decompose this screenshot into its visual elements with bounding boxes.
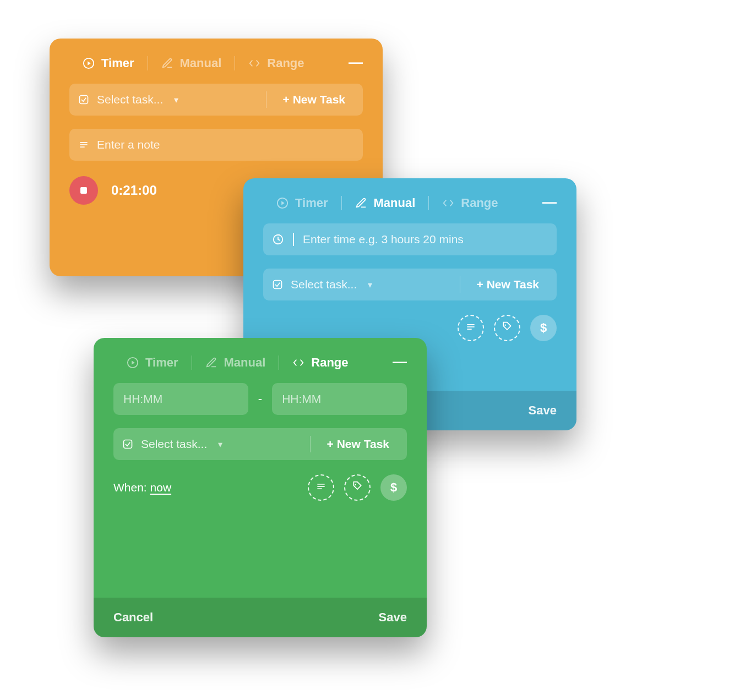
svg-marker-7 [281, 201, 285, 205]
dollar-icon: $ [540, 321, 547, 335]
note-button[interactable] [308, 474, 334, 501]
tab-bar: Timer Manual Range — [50, 39, 383, 70]
task-select-row: Select task... ▾ + New Task [69, 84, 363, 116]
range-arrows-icon [442, 197, 454, 209]
lines-icon [465, 321, 476, 335]
play-circle-icon [83, 57, 95, 69]
save-button[interactable]: Save [379, 610, 407, 625]
timer-value: 0:21:00 [111, 183, 157, 198]
tab-range[interactable]: Range [429, 196, 511, 210]
tab-timer-label: Timer [295, 196, 328, 210]
tab-manual-label: Manual [180, 56, 222, 70]
svg-point-20 [355, 484, 356, 485]
chevron-down-icon: ▾ [174, 95, 178, 105]
billable-button[interactable]: $ [380, 474, 407, 501]
save-button[interactable]: Save [529, 403, 557, 418]
note-input[interactable]: Enter a note [97, 138, 160, 151]
tag-button[interactable] [344, 474, 371, 501]
play-circle-icon [276, 197, 289, 209]
card-footer: Cancel Save [94, 598, 427, 637]
tab-timer[interactable]: Timer [113, 356, 192, 370]
tab-range-label: Range [461, 196, 498, 210]
tab-manual[interactable]: Manual [342, 196, 429, 210]
minimize-button[interactable]: — [393, 359, 407, 364]
range-dash: - [255, 392, 265, 406]
svg-point-13 [504, 324, 506, 326]
tab-timer-label: Timer [101, 56, 134, 70]
time-input[interactable]: Enter time e.g. 3 hours 20 mins [303, 233, 464, 246]
tab-range-label: Range [311, 356, 348, 370]
range-card: Timer Manual Range — HH:MM - [94, 338, 427, 637]
when-value[interactable]: now [150, 481, 172, 494]
play-circle-icon [127, 357, 139, 369]
checkbox-icon [78, 94, 89, 105]
end-time-input[interactable]: HH:MM [272, 383, 407, 415]
end-time-placeholder: HH:MM [282, 392, 321, 406]
divider [460, 276, 460, 293]
stop-button[interactable] [69, 176, 98, 205]
when-text: When: now [113, 481, 171, 494]
minimize-button[interactable]: — [542, 199, 557, 205]
edit-icon [161, 57, 173, 69]
divider [310, 436, 311, 452]
tab-range[interactable]: Range [279, 356, 361, 370]
checkbox-icon [122, 439, 133, 450]
lines-icon [315, 481, 327, 494]
chevron-down-icon: ▾ [368, 280, 372, 290]
svg-marker-1 [88, 61, 91, 65]
task-select[interactable]: Select task... [291, 278, 357, 291]
tab-manual[interactable]: Manual [192, 356, 279, 370]
start-time-placeholder: HH:MM [123, 392, 162, 406]
time-input-row[interactable]: Enter time e.g. 3 hours 20 mins [263, 223, 557, 255]
range-arrows-icon [248, 57, 260, 69]
when-row: When: now $ [113, 474, 407, 501]
start-time-input[interactable]: HH:MM [113, 383, 248, 415]
new-task-button[interactable]: + New Task [274, 93, 354, 106]
stop-icon [80, 187, 87, 194]
text-cursor [293, 233, 294, 246]
cancel-button[interactable]: Cancel [113, 610, 153, 625]
billable-button[interactable]: $ [530, 315, 557, 341]
svg-rect-9 [274, 281, 282, 289]
time-range-row: HH:MM - HH:MM [113, 383, 407, 415]
tab-timer-label: Timer [145, 356, 178, 370]
tab-manual-label: Manual [374, 196, 416, 210]
tab-manual-label: Manual [224, 356, 266, 370]
svg-rect-16 [124, 440, 132, 449]
tag-button[interactable] [494, 315, 520, 341]
clock-icon [272, 233, 284, 245]
svg-marker-15 [132, 360, 135, 364]
tab-range-label: Range [267, 56, 304, 70]
task-select[interactable]: Select task... [97, 93, 163, 106]
tab-timer[interactable]: Timer [263, 196, 341, 210]
task-select-row: Select task... ▾ + New Task [263, 269, 557, 300]
chevron-down-icon: ▾ [218, 439, 222, 450]
lines-icon [78, 139, 89, 150]
divider [266, 91, 266, 108]
tab-manual[interactable]: Manual [148, 56, 235, 70]
note-row[interactable]: Enter a note [69, 129, 363, 161]
new-task-button[interactable]: + New Task [318, 438, 398, 451]
tab-timer[interactable]: Timer [69, 56, 148, 70]
edit-icon [355, 197, 367, 209]
tab-bar: Timer Manual Range — [243, 178, 576, 210]
action-icon-row: $ [263, 315, 557, 341]
tab-bar: Timer Manual Range — [94, 338, 427, 370]
note-button[interactable] [458, 315, 484, 341]
svg-rect-2 [80, 96, 88, 104]
dollar-icon: $ [390, 480, 397, 495]
task-select-row: Select task... ▾ + New Task [113, 428, 407, 460]
minimize-button[interactable]: — [349, 59, 363, 65]
new-task-button[interactable]: + New Task [468, 278, 548, 291]
when-label: When: [113, 481, 150, 494]
task-select[interactable]: Select task... [141, 438, 207, 451]
tag-icon [502, 321, 513, 335]
tab-range[interactable]: Range [235, 56, 317, 70]
edit-icon [205, 357, 217, 369]
range-arrows-icon [292, 357, 304, 369]
tag-icon [352, 481, 363, 494]
checkbox-icon [272, 279, 283, 290]
